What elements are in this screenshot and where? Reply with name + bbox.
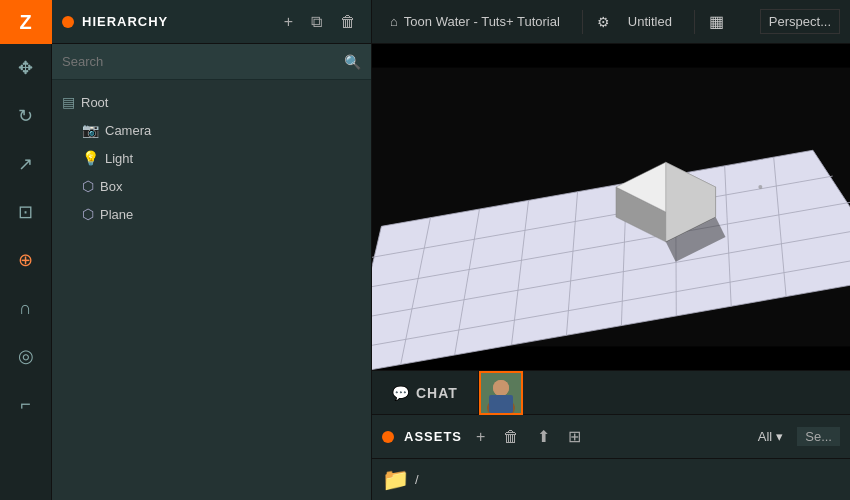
assets-grid-button[interactable]: ⊞ bbox=[564, 425, 585, 448]
main-area: ⌂ Toon Water - Tuts+ Tutorial ⚙ Untitled… bbox=[372, 0, 850, 500]
tab-separator bbox=[582, 10, 583, 34]
perspective-label: Perspect... bbox=[769, 14, 831, 29]
assets-filter-label: All bbox=[758, 429, 772, 444]
tree-label-plane: Plane bbox=[100, 207, 133, 222]
eye-button[interactable]: ◎ bbox=[0, 332, 52, 380]
chat-label: CHAT bbox=[416, 385, 458, 401]
bottom-area: 💬 CHAT ASSETS + 🗑 ⬆ ⊞ bbox=[372, 370, 850, 500]
hierarchy-delete-button[interactable]: 🗑 bbox=[335, 11, 361, 33]
perspective-button[interactable]: Perspect... bbox=[760, 9, 840, 34]
assets-search-label: Se... bbox=[805, 429, 832, 444]
avatar-svg bbox=[481, 373, 521, 413]
assets-add-button[interactable]: + bbox=[472, 426, 489, 448]
light-icon: 💡 bbox=[82, 150, 99, 166]
camera-icon: 📷 bbox=[82, 122, 99, 138]
settings-gear-icon: ⚙ bbox=[597, 14, 610, 30]
tree-item-box[interactable]: ⬡ Box bbox=[52, 172, 371, 200]
logo-text: Z bbox=[19, 11, 31, 34]
chat-bubble-icon: 💬 bbox=[392, 385, 410, 401]
assets-filter-chevron: ▾ bbox=[776, 429, 783, 444]
crop-button[interactable]: ⊡ bbox=[0, 188, 52, 236]
tree-label-camera: Camera bbox=[105, 123, 151, 138]
assets-delete-button[interactable]: 🗑 bbox=[499, 426, 523, 448]
sidebar: Z ✥ ↻ ↗ ⊡ ⊕ ∩ ◎ ⌐ bbox=[0, 0, 52, 500]
viewport-header: ⌂ Toon Water - Tuts+ Tutorial ⚙ Untitled… bbox=[372, 0, 850, 44]
home-icon: ⌂ bbox=[390, 14, 398, 29]
folder-icon: ▤ bbox=[62, 94, 75, 110]
grid-icon[interactable]: ▦ bbox=[709, 12, 724, 31]
settings-tab[interactable]: Untitled bbox=[620, 10, 680, 33]
tree-label-light: Light bbox=[105, 151, 133, 166]
hierarchy-panel: HIERARCHY + ⧉ 🗑 🔍 ▤ Root 📷 Camera 💡 Ligh… bbox=[52, 0, 372, 500]
tree-item-root[interactable]: ▤ Root bbox=[52, 88, 371, 116]
settings-tab-label: Untitled bbox=[628, 14, 672, 29]
globe-button[interactable]: ⊕ bbox=[0, 236, 52, 284]
hierarchy-add-button[interactable]: + bbox=[279, 11, 298, 33]
svg-rect-28 bbox=[489, 395, 513, 413]
assets-upload-button[interactable]: ⬆ bbox=[533, 425, 554, 448]
svg-point-23 bbox=[758, 185, 762, 189]
svg-point-27 bbox=[493, 380, 509, 396]
tree-item-camera[interactable]: 📷 Camera bbox=[52, 116, 371, 144]
logo: Z bbox=[0, 0, 52, 44]
tree-item-light[interactable]: 💡 Light bbox=[52, 144, 371, 172]
refresh-button[interactable]: ↻ bbox=[0, 92, 52, 140]
move-tool-button[interactable]: ✥ bbox=[0, 44, 52, 92]
user-avatar[interactable] bbox=[479, 371, 523, 415]
plane-icon: ⬡ bbox=[82, 206, 94, 222]
assets-content: 📁 / bbox=[372, 459, 850, 500]
search-bar: 🔍 bbox=[52, 44, 371, 80]
scene-svg bbox=[372, 44, 850, 370]
hierarchy-title: HIERARCHY bbox=[82, 14, 271, 29]
viewport-3d bbox=[372, 44, 850, 370]
hierarchy-copy-button[interactable]: ⧉ bbox=[306, 11, 327, 33]
search-input[interactable] bbox=[62, 54, 344, 69]
scene-tab-label: Toon Water - Tuts+ Tutorial bbox=[404, 14, 560, 29]
magnet-button[interactable]: ∩ bbox=[0, 284, 52, 332]
scene-tab[interactable]: ⌂ Toon Water - Tuts+ Tutorial bbox=[382, 10, 568, 33]
tree-label-box: Box bbox=[100, 179, 122, 194]
assets-bar: ASSETS + 🗑 ⬆ ⊞ All ▾ Se... bbox=[372, 415, 850, 459]
hierarchy-header: HIERARCHY + ⧉ 🗑 bbox=[52, 0, 371, 44]
assets-search-button[interactable]: Se... bbox=[797, 427, 840, 446]
search-icon: 🔍 bbox=[344, 54, 361, 70]
arrow-button[interactable]: ↗ bbox=[0, 140, 52, 188]
hierarchy-dot bbox=[62, 16, 74, 28]
assets-dot bbox=[382, 431, 394, 443]
root-folder-label: / bbox=[415, 472, 419, 487]
box-icon: ⬡ bbox=[82, 178, 94, 194]
tree-item-plane[interactable]: ⬡ Plane bbox=[52, 200, 371, 228]
transform-button[interactable]: ⌐ bbox=[0, 380, 52, 428]
assets-filter-select[interactable]: All ▾ bbox=[754, 427, 787, 446]
chat-bar: 💬 CHAT bbox=[372, 371, 850, 415]
chat-tab[interactable]: 💬 CHAT bbox=[372, 371, 479, 414]
root-folder-icon: 📁 bbox=[382, 467, 409, 493]
tab-separator-2 bbox=[694, 10, 695, 34]
assets-title: ASSETS bbox=[404, 429, 462, 444]
hierarchy-tree: ▤ Root 📷 Camera 💡 Light ⬡ Box ⬡ Plane bbox=[52, 80, 371, 500]
tree-label-root: Root bbox=[81, 95, 108, 110]
